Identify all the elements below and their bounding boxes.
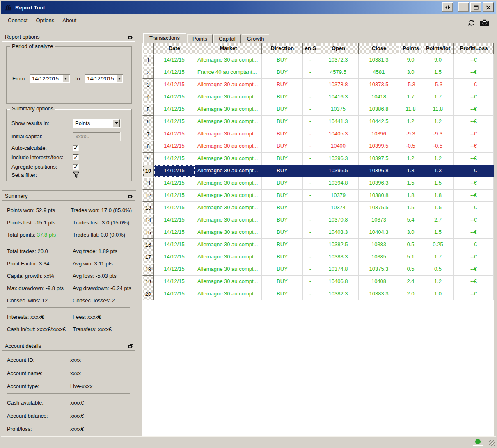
market-cell[interactable]: Allemagne 30 au compt... [195, 79, 262, 91]
market-cell[interactable]: Allemagne 30 au compt... [195, 54, 262, 66]
direction-cell[interactable]: BUY [262, 66, 303, 79]
close-cell[interactable]: 10397.5 [359, 153, 399, 165]
profit-loss-cell[interactable]: --€ [454, 226, 494, 239]
column-header-close[interactable]: Close [359, 43, 399, 54]
direction-cell[interactable]: BUY [262, 214, 303, 226]
direction-cell[interactable]: BUY [262, 79, 303, 91]
close-cell[interactable]: 10408 [359, 276, 399, 288]
points-lot-cell[interactable]: 1.5 [422, 66, 454, 79]
row-number-cell[interactable]: 4 [142, 91, 154, 103]
row-number-cell[interactable]: 19 [142, 276, 154, 288]
market-cell[interactable]: Allemagne 30 au compt... [195, 91, 262, 103]
column-header-open[interactable]: Open [318, 43, 359, 54]
points-lot-cell[interactable]: -9.3 [422, 128, 454, 140]
table-row[interactable]: 414/12/15Allemagne 30 au compt...BUY-104… [142, 91, 494, 103]
points-cell[interactable]: 11.8 [399, 103, 422, 116]
date-cell[interactable]: 14/12/15 [154, 263, 195, 276]
auto-calculate-checkbox[interactable]: ✓ [73, 145, 79, 151]
float-panel-icon[interactable] [128, 344, 133, 348]
row-number-cell[interactable]: 11 [142, 177, 154, 190]
market-cell[interactable]: Allemagne 30 au compt... [195, 202, 262, 214]
points-lot-cell[interactable]: 11.8 [422, 103, 454, 116]
refresh-button[interactable] [467, 19, 476, 27]
row-number-cell[interactable]: 3 [142, 79, 154, 91]
points-lot-cell[interactable]: 1.5 [422, 226, 454, 239]
table-row[interactable]: 1814/12/15Allemagne 30 au compt...BUY-10… [142, 263, 494, 276]
points-lot-cell[interactable]: 1.7 [422, 251, 454, 263]
tab-capital[interactable]: Capital [213, 34, 240, 43]
row-number-cell[interactable]: 20 [142, 288, 154, 300]
points-cell[interactable]: 0.5 [399, 239, 422, 251]
direction-cell[interactable]: BUY [262, 116, 303, 128]
panel-splitter[interactable] [136, 27, 136, 436]
date-cell[interactable]: 14/12/15 [154, 153, 195, 165]
close-cell[interactable]: 10373 [359, 214, 399, 226]
profit-loss-cell[interactable]: --€ [454, 91, 494, 103]
points-lot-cell[interactable]: 1.0 [422, 288, 454, 300]
table-row[interactable]: 314/12/15Allemagne 30 au compt...BUY-103… [142, 79, 494, 91]
row-number-cell[interactable]: 12 [142, 190, 154, 202]
size-cell[interactable]: - [303, 214, 318, 226]
points-cell[interactable]: 1.2 [399, 116, 422, 128]
from-date-select[interactable]: 14/12/2015 [30, 74, 70, 83]
close-cell[interactable]: 10386.8 [359, 103, 399, 116]
market-cell[interactable]: Allemagne 30 au compt... [195, 263, 262, 276]
minimize-button[interactable] [458, 2, 469, 12]
market-cell[interactable]: Allemagne 30 au compt... [195, 251, 262, 263]
maximize-button[interactable] [470, 2, 481, 12]
points-cell[interactable]: 3.0 [399, 66, 422, 79]
row-number-cell[interactable]: 1 [142, 54, 154, 66]
table-row[interactable]: 1514/12/15Allemagne 30 au compt...BUY-10… [142, 226, 494, 239]
points-lot-cell[interactable]: 0.25 [422, 239, 454, 251]
market-cell[interactable]: Allemagne 30 au compt... [195, 190, 262, 202]
open-cell[interactable]: 10400 [318, 140, 359, 153]
close-cell[interactable]: 4581 [359, 66, 399, 79]
direction-cell[interactable]: BUY [262, 226, 303, 239]
close-cell[interactable]: 10383.3 [359, 288, 399, 300]
date-cell[interactable]: 14/12/15 [154, 103, 195, 116]
points-cell[interactable]: 5.1 [399, 251, 422, 263]
market-cell[interactable]: Allemagne 30 au compt... [195, 103, 262, 116]
row-number-cell[interactable]: 17 [142, 251, 154, 263]
size-cell[interactable]: - [303, 177, 318, 190]
points-cell[interactable]: 2.0 [399, 288, 422, 300]
close-cell[interactable]: 10383 [359, 239, 399, 251]
open-cell[interactable]: 10405.3 [318, 128, 359, 140]
row-number-cell[interactable]: 9 [142, 153, 154, 165]
direction-cell[interactable]: BUY [262, 91, 303, 103]
profit-loss-cell[interactable]: --€ [454, 103, 494, 116]
date-cell[interactable]: 14/12/15 [154, 239, 195, 251]
points-cell[interactable]: -9.3 [399, 128, 422, 140]
table-row[interactable]: 1014/12/15Allemagne 30 au compt...BUY-10… [142, 165, 494, 177]
open-cell[interactable]: 10379 [318, 190, 359, 202]
points-cell[interactable]: 5.4 [399, 214, 422, 226]
row-number-cell[interactable]: 14 [142, 214, 154, 226]
close-cell[interactable]: 10399.5 [359, 140, 399, 153]
table-row[interactable]: 1214/12/15Allemagne 30 au compt...BUY-10… [142, 190, 494, 202]
market-cell[interactable]: Allemagne 30 au compt... [195, 177, 262, 190]
size-cell[interactable]: - [303, 165, 318, 177]
size-cell[interactable]: - [303, 91, 318, 103]
close-cell[interactable]: 10375.3 [359, 263, 399, 276]
direction-cell[interactable]: BUY [262, 202, 303, 214]
table-row[interactable]: 2014/12/15Allemagne 30 au compt...BUY-10… [142, 288, 494, 300]
date-cell[interactable]: 14/12/15 [154, 165, 195, 177]
to-date-dropdown-button[interactable] [116, 75, 122, 82]
points-lot-cell[interactable]: 2.7 [422, 214, 454, 226]
points-lot-cell[interactable]: 9.0 [422, 54, 454, 66]
direction-cell[interactable]: BUY [262, 288, 303, 300]
size-cell[interactable]: - [303, 226, 318, 239]
close-cell[interactable]: 10385 [359, 251, 399, 263]
points-cell[interactable]: 2.4 [399, 276, 422, 288]
table-row[interactable]: 1614/12/15Allemagne 30 au compt...BUY-10… [142, 239, 494, 251]
table-row[interactable]: 1314/12/15Allemagne 30 au compt...BUY-10… [142, 202, 494, 214]
date-cell[interactable]: 14/12/15 [154, 190, 195, 202]
profit-loss-cell[interactable]: --€ [454, 288, 494, 300]
date-cell[interactable]: 14/12/15 [154, 276, 195, 288]
table-row[interactable]: 1714/12/15Allemagne 30 au compt...BUY-10… [142, 251, 494, 263]
direction-cell[interactable]: BUY [262, 190, 303, 202]
table-row[interactable]: 1914/12/15Allemagne 30 au compt...BUY-10… [142, 276, 494, 288]
date-cell[interactable]: 14/12/15 [154, 79, 195, 91]
date-cell[interactable]: 14/12/15 [154, 140, 195, 153]
open-cell[interactable]: 10370.8 [318, 214, 359, 226]
